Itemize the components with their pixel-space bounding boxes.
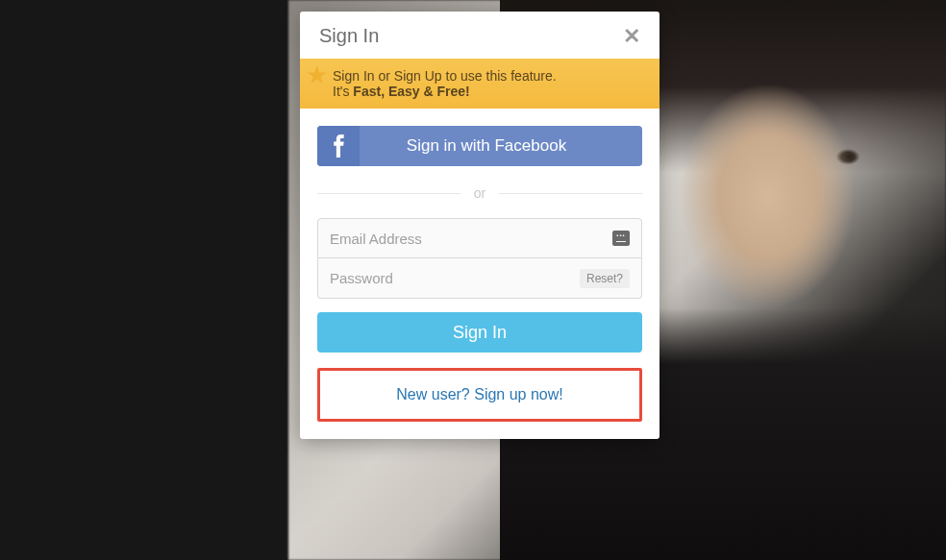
banner-text-bold: Fast, Easy & Free!	[353, 84, 469, 99]
credentials-group: Email Address Password Reset?	[317, 218, 642, 299]
password-placeholder: Password	[330, 270, 580, 286]
facebook-button-label: Sign in with Facebook	[360, 136, 642, 156]
background-left-panel	[0, 0, 288, 560]
signin-button-label: Sign In	[453, 323, 507, 343]
star-icon: ★	[306, 62, 333, 89]
reset-password-link[interactable]: Reset?	[580, 269, 630, 288]
modal-title: Sign In	[319, 25, 379, 47]
signin-modal: Sign In ✕ ★ Sign In or Sign Up to use th…	[300, 12, 660, 439]
signup-link[interactable]: New user? Sign up now!	[396, 386, 562, 402]
keyboard-icon	[612, 231, 630, 246]
facebook-icon	[317, 126, 360, 166]
password-field[interactable]: Password Reset?	[317, 258, 642, 299]
email-placeholder: Email Address	[330, 231, 612, 247]
modal-header: Sign In ✕	[300, 12, 660, 59]
banner-text-prefix: It's	[333, 84, 353, 99]
divider: or	[317, 185, 642, 201]
banner-text-line2: It's Fast, Easy & Free!	[333, 84, 640, 99]
close-button[interactable]: ✕	[621, 26, 642, 47]
promo-banner: ★ Sign In or Sign Up to use this feature…	[300, 59, 660, 109]
email-field[interactable]: Email Address	[317, 218, 642, 258]
banner-text-line1: Sign In or Sign Up to use this feature.	[333, 68, 640, 84]
modal-body: Sign in with Facebook or Email Address P…	[300, 109, 660, 353]
signin-button[interactable]: Sign In	[317, 312, 642, 353]
divider-text: or	[474, 185, 485, 201]
divider-line-right	[499, 193, 642, 194]
signup-highlight-box: New user? Sign up now!	[317, 368, 642, 422]
facebook-signin-button[interactable]: Sign in with Facebook	[317, 126, 642, 166]
divider-line-left	[317, 193, 461, 194]
